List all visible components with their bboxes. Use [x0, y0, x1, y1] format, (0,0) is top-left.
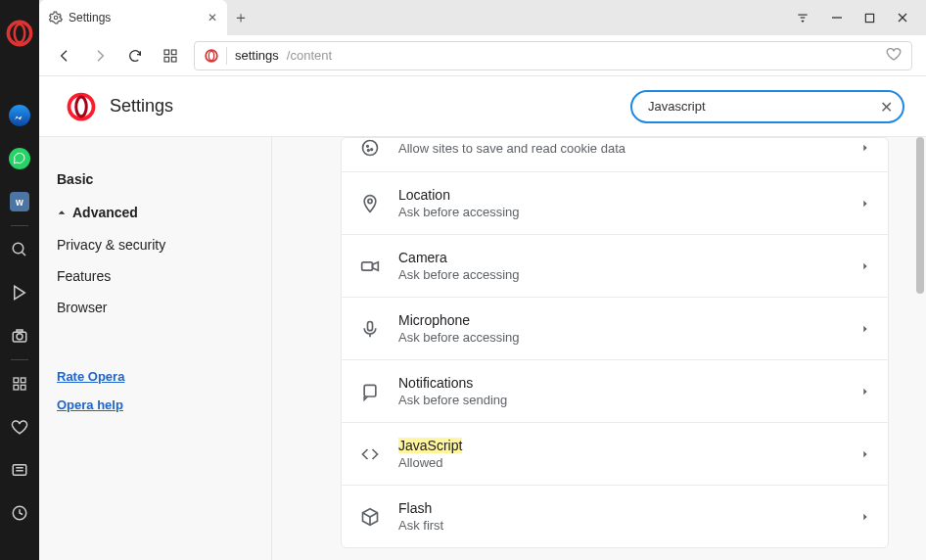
svg-rect-9 — [21, 378, 25, 383]
svg-point-33 — [367, 146, 369, 148]
back-button[interactable] — [53, 44, 76, 68]
separator — [226, 47, 227, 65]
svg-point-1 — [15, 24, 25, 43]
svg-point-32 — [363, 141, 378, 156]
svg-rect-42 — [368, 321, 373, 330]
svg-point-34 — [371, 149, 373, 151]
sidebar-item-browser[interactable]: Browser — [57, 292, 254, 323]
history-icon[interactable] — [0, 491, 39, 535]
forward-button[interactable] — [88, 44, 112, 68]
setting-row-notifications[interactable]: Notifications Ask before sending — [342, 359, 888, 422]
new-tab-button[interactable]: ＋ — [227, 0, 255, 35]
chevron-right-icon — [860, 139, 870, 157]
svg-marker-4 — [15, 286, 25, 300]
chevron-right-icon — [860, 445, 870, 463]
play-icon[interactable] — [0, 271, 39, 314]
address-bar[interactable]: settings/content — [194, 41, 912, 70]
svg-marker-41 — [863, 262, 866, 269]
window-maximize-button[interactable] — [864, 13, 875, 23]
row-sub: Ask before accessing — [398, 330, 520, 345]
tab-close-icon[interactable]: ✕ — [208, 11, 217, 24]
svg-rect-24 — [171, 50, 176, 55]
row-sub: Ask before accessing — [398, 267, 520, 282]
vk-icon[interactable]: w — [0, 180, 39, 223]
row-title: JavaScript — [398, 438, 462, 453]
news-icon[interactable] — [0, 448, 39, 491]
svg-point-30 — [76, 97, 87, 117]
sidebar-advanced-label: Advanced — [72, 205, 138, 220]
notifications-icon — [359, 382, 381, 401]
settings-search-input[interactable] — [630, 90, 904, 123]
titlebar: Settings ✕ ＋ — [39, 0, 926, 35]
svg-rect-26 — [171, 57, 176, 62]
content: Basic Advanced Privacy & security Featur… — [39, 137, 926, 560]
sidebar-item-advanced[interactable]: Advanced — [57, 196, 254, 229]
window-minimize-button[interactable] — [831, 12, 843, 23]
sidebar-item-features[interactable]: Features — [57, 260, 254, 292]
heart-icon[interactable] — [0, 405, 39, 448]
svg-line-3 — [22, 252, 25, 256]
cookie-icon — [359, 138, 381, 158]
setting-row-location[interactable]: Location Ask before accessing — [342, 171, 888, 234]
sidebar-item-privacy[interactable]: Privacy & security — [57, 229, 254, 260]
chevron-right-icon — [860, 257, 870, 275]
code-icon — [359, 444, 381, 464]
url-text: settings — [235, 48, 279, 63]
browser-tab[interactable]: Settings ✕ — [39, 0, 227, 35]
svg-rect-23 — [164, 50, 169, 55]
setting-row-javascript[interactable]: JavaScript Allowed — [342, 422, 888, 485]
setting-row-flash[interactable]: Flash Ask first — [342, 485, 888, 547]
scrollbar[interactable] — [914, 137, 926, 392]
row-title: Microphone — [398, 312, 520, 328]
tab-title: Settings — [69, 11, 111, 24]
camera-icon[interactable] — [0, 314, 39, 357]
row-sub: Allow sites to save and read cookie data — [398, 141, 625, 156]
cube-icon — [359, 507, 381, 527]
grid-icon[interactable] — [0, 362, 39, 405]
row-title: Camera — [398, 250, 520, 265]
svg-marker-50 — [863, 513, 866, 520]
url-subpath: /content — [287, 48, 332, 63]
chevron-right-icon — [860, 383, 870, 400]
settings-header: Settings ✕ — [39, 76, 926, 137]
svg-point-28 — [208, 51, 213, 60]
messenger-icon[interactable] — [0, 94, 39, 137]
rail-divider — [11, 225, 28, 226]
chevron-right-icon — [860, 508, 870, 526]
sidebar-item-basic[interactable]: Basic — [57, 163, 254, 196]
svg-point-35 — [368, 150, 370, 152]
scrollbar-thumb[interactable] — [916, 137, 924, 294]
search-icon[interactable] — [0, 228, 39, 271]
row-title: Notifications — [398, 375, 507, 391]
setting-row-camera[interactable]: Camera Ask before accessing — [342, 234, 888, 297]
svg-point-6 — [17, 334, 23, 340]
menu-toggle-icon[interactable] — [796, 11, 810, 24]
location-icon — [359, 194, 381, 213]
whatsapp-icon[interactable] — [0, 137, 39, 180]
microphone-icon — [359, 319, 381, 339]
row-sub: Ask first — [398, 518, 443, 533]
opera-help-link[interactable]: Opera help — [57, 391, 254, 419]
rate-opera-link[interactable]: Rate Opera — [57, 362, 254, 391]
rail-divider — [11, 359, 28, 360]
svg-rect-39 — [362, 261, 373, 269]
window-close-button[interactable] — [897, 12, 908, 23]
setting-row-cookies[interactable]: Allow sites to save and read cookie data — [342, 138, 888, 171]
svg-marker-31 — [59, 210, 66, 213]
reload-button[interactable] — [123, 44, 147, 68]
setting-row-microphone[interactable]: Microphone Ask before accessing — [342, 297, 888, 359]
svg-marker-44 — [863, 325, 866, 332]
svg-rect-10 — [14, 385, 19, 390]
row-title: Flash — [398, 500, 443, 516]
svg-point-37 — [368, 199, 372, 203]
video-camera-icon — [359, 257, 381, 276]
gear-icon — [49, 11, 63, 24]
opera-logo-icon — [67, 92, 96, 121]
speed-dial-button[interactable] — [159, 44, 182, 68]
clear-search-icon[interactable]: ✕ — [880, 97, 893, 116]
opera-menu-icon[interactable] — [0, 12, 39, 55]
svg-marker-38 — [863, 200, 866, 207]
svg-marker-36 — [863, 145, 866, 152]
svg-rect-45 — [364, 385, 376, 397]
bookmark-heart-icon[interactable] — [886, 46, 902, 65]
